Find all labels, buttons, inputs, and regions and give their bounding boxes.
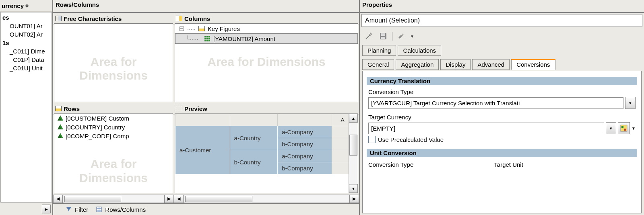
pv-cell: b-Company [278, 162, 332, 174]
dropdown-caret-icon[interactable]: ▼ [632, 126, 636, 131]
scroll-left-button[interactable]: ◀ [174, 195, 184, 203]
free-characteristics-well[interactable]: Area forDimensions [54, 23, 173, 102]
preview-hscroll[interactable]: ◀ ▶ [174, 194, 359, 203]
use-precalculated-checkbox[interactable]: Use Precalculated Value [368, 134, 636, 145]
bottom-tabs: Filter Rows/Columns [53, 203, 359, 215]
selection-title-field[interactable]: Amount (Selection) [361, 14, 642, 27]
collapse-icon[interactable] [178, 27, 185, 31]
columns-header[interactable]: Columns [174, 13, 359, 25]
tree-item[interactable]: _C01U] Unit [2, 64, 50, 72]
preview-label: Preview [184, 105, 207, 112]
tree-item[interactable]: _C01P] Data [2, 55, 50, 64]
tab-general[interactable]: General [362, 59, 394, 70]
toolbar-divider [392, 32, 392, 41]
checkbox-label: Use Precalculated Value [378, 136, 444, 143]
properties-tabs: Planning Calculations General Aggregatio… [360, 44, 644, 71]
variable-picker-button[interactable] [618, 122, 630, 134]
expand-right-button[interactable]: ▶ [42, 205, 51, 213]
rows-icon [55, 105, 62, 112]
wand-icon[interactable] [363, 31, 374, 42]
scroll-right-button[interactable]: ▶ [349, 195, 359, 203]
svg-rect-25 [381, 33, 385, 36]
left-pane: urrency es OUNT01] Ar OUNT02] Ar 1s _C01… [0, 0, 53, 215]
save-icon[interactable] [378, 31, 389, 42]
scroll-thumb[interactable] [185, 196, 252, 202]
tab-display[interactable]: Display [440, 59, 471, 70]
svg-rect-8 [204, 36, 210, 41]
amount-row[interactable]: └····· [YAMOUNT02] Amount [175, 33, 358, 44]
columns-icon [175, 15, 183, 22]
scroll-right-button[interactable]: ▶ [164, 195, 174, 203]
svg-rect-29 [624, 129, 626, 131]
pv-cell: a-Company [278, 150, 332, 162]
free-characteristics-header[interactable]: Free Characteristics [53, 13, 174, 25]
row-item[interactable]: [0CUSTOMER] Custom [54, 114, 173, 123]
scroll-left-button[interactable]: ◀ [53, 195, 63, 203]
columns-well[interactable]: Area for Dimensions ····· Key Figures └· [175, 23, 358, 102]
scroll-track[interactable] [349, 123, 358, 184]
scroll-up-button[interactable]: ▲ [349, 114, 358, 123]
tab-rows-columns-label: Rows/Columns [105, 206, 146, 213]
scroll-track[interactable] [184, 195, 349, 203]
tree-item[interactable]: OUNT01] Ar [2, 22, 50, 30]
unit-labels-row: Conversion Type Target Unit [368, 159, 636, 168]
funnel-icon [65, 206, 72, 213]
tree-item[interactable]: OUNT02] Ar [2, 30, 50, 39]
watermark: Area for Dimensions [175, 55, 358, 69]
rows-hscroll[interactable]: ◀ ▶ [53, 194, 174, 203]
row-item[interactable]: [0COUNTRY] Country [54, 123, 173, 131]
tab-aggregation[interactable]: Aggregation [396, 59, 439, 70]
table-icon [95, 206, 103, 213]
hierarchy-icon [57, 115, 64, 122]
scroll-track[interactable] [63, 195, 164, 203]
tree-group[interactable]: es [2, 13, 50, 22]
scroll-thumb[interactable] [349, 135, 357, 156]
target-currency-label: Target Currency [368, 112, 636, 122]
hierarchy-icon [57, 132, 64, 139]
wrench-icon[interactable] [396, 31, 407, 42]
tree-expand-row[interactable]: ····· Key Figures [175, 24, 358, 33]
scroll-down-button[interactable]: ▼ [349, 184, 358, 193]
conversion-type-dropdown[interactable]: ▾ [368, 97, 636, 109]
scroll-thumb[interactable] [64, 196, 121, 202]
rows-header[interactable]: Rows [53, 103, 174, 115]
keyfigures-icon [198, 25, 205, 32]
row-item-label: [0COMP_CODE] Comp [66, 133, 129, 139]
tab-advanced[interactable]: Advanced [472, 59, 510, 70]
tree-group[interactable]: 1s [2, 39, 50, 47]
preview-vscroll[interactable]: ▲ ▼ [349, 114, 358, 193]
dropdown-caret-icon[interactable]: ▼ [410, 34, 414, 39]
pv-cell: a-Customer [175, 126, 230, 174]
row-item[interactable]: [0COMP_CODE] Comp [54, 131, 173, 140]
left-header-label: urrency [2, 2, 24, 9]
pv-cell: b-Country [230, 150, 278, 174]
dropdown-button[interactable]: ▾ [625, 97, 636, 109]
preview-table: A a-Customer a-Country a-Company b-Compa… [175, 114, 349, 174]
dropdown-button[interactable]: ▾ [606, 122, 616, 134]
target-currency-input[interactable] [368, 123, 604, 134]
tab-rows-columns[interactable]: Rows/Columns [95, 206, 146, 213]
tab-planning[interactable]: Planning [362, 45, 396, 56]
left-header[interactable]: urrency [0, 0, 52, 12]
tree-item[interactable]: _C011] Dime [2, 47, 50, 55]
rows-columns-pane: Rows/Columns Free Characteristics Column… [53, 0, 360, 215]
tab-conversions[interactable]: Conversions [511, 59, 555, 70]
tab-calculations[interactable]: Calculations [398, 45, 441, 56]
row-item-label: [0CUSTOMER] Custom [66, 115, 129, 122]
amount-label: [YAMOUNT02] Amount [213, 35, 275, 42]
target-currency-dropdown[interactable]: ▾ ▼ [368, 122, 636, 134]
properties-toolbar: ▼ [360, 28, 644, 44]
sort-icon[interactable] [25, 2, 29, 9]
hierarchy-icon [57, 123, 64, 131]
rows-list[interactable]: Area forDimensions [0CUSTOMER] Custom [0… [54, 113, 173, 193]
preview-icon [175, 105, 183, 112]
svg-point-23 [370, 33, 372, 35]
tab-filter[interactable]: Filter [65, 206, 88, 213]
checkbox-box[interactable] [368, 136, 376, 143]
columns-label: Columns [184, 15, 210, 22]
properties-header: Properties [360, 0, 644, 13]
watermark: Area forDimensions [54, 55, 173, 83]
svg-rect-3 [179, 16, 182, 21]
unit-conversion-group: Unit Conversion [367, 149, 637, 157]
conversion-type-input[interactable] [368, 97, 623, 109]
